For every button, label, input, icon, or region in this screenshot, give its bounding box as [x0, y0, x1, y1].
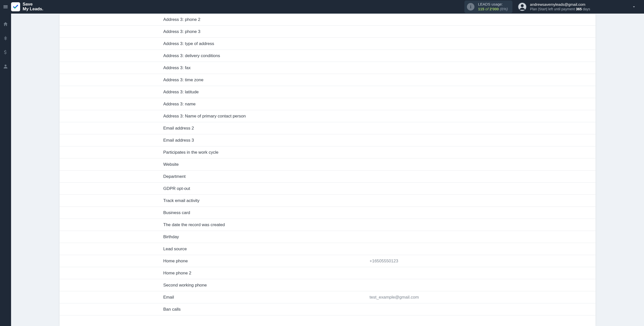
home-icon: [3, 21, 8, 27]
field-row[interactable]: Website: [60, 158, 595, 171]
leads-used: 115: [478, 7, 484, 11]
field-row[interactable]: Track email activity: [60, 195, 595, 207]
user-menu[interactable]: andrewsavemyleads@gmail.com Plan |Start|…: [518, 2, 639, 11]
field-row[interactable]: Birthday: [60, 231, 595, 243]
field-label: Birthday: [163, 234, 370, 239]
field-label: Participates in the work cycle: [163, 150, 370, 155]
sidebar-item-account[interactable]: [0, 62, 11, 71]
leads-pct: (6%): [500, 7, 508, 11]
field-row[interactable]: Email address 2: [60, 122, 595, 134]
sidebar-item-home[interactable]: [0, 20, 11, 29]
menu-toggle-button[interactable]: [0, 0, 11, 14]
field-label: Business card: [163, 210, 370, 215]
dollar-icon: [3, 50, 8, 55]
field-label: Lead source: [163, 247, 370, 252]
field-row[interactable]: The date the record was created: [60, 219, 595, 231]
field-row[interactable]: Ban calls: [60, 303, 595, 315]
logo-text: Save My Leads.: [23, 2, 43, 11]
leads-limit: 2'000: [490, 7, 499, 11]
field-card: Address 3: phone 2Address 3: phone 3Addr…: [60, 14, 595, 326]
svg-point-1: [521, 4, 524, 7]
field-list: Address 3: phone 2Address 3: phone 3Addr…: [60, 14, 595, 315]
user-plan-days: 365: [576, 7, 582, 11]
user-plan-prefix: Plan |Start| left until payment: [530, 7, 576, 11]
field-label: Second working phone: [163, 283, 370, 288]
user-menu-toggle[interactable]: [629, 5, 639, 9]
field-label: Department: [163, 174, 370, 179]
field-row[interactable]: Address 3: name: [60, 98, 595, 110]
chevron-down-icon: [632, 5, 636, 9]
user-plan: Plan |Start| left until payment 365 days: [530, 7, 590, 12]
field-row[interactable]: Address 3: latitude: [60, 86, 595, 98]
field-label: Address 3: latitude: [163, 90, 370, 95]
field-label: Address 3: time zone: [163, 77, 370, 83]
field-row[interactable]: Address 3: phone 3: [60, 26, 595, 38]
field-row[interactable]: GDPR opt-out: [60, 183, 595, 195]
sitemap-icon: [3, 35, 8, 41]
field-row[interactable]: Business card: [60, 207, 595, 219]
field-row[interactable]: Lead source: [60, 243, 595, 255]
field-label: Email: [163, 295, 370, 300]
field-row[interactable]: Home phone 2: [60, 267, 595, 279]
sidebar-item-billing[interactable]: [0, 48, 11, 57]
field-row[interactable]: Address 3: delivery conditions: [60, 50, 595, 62]
avatar-icon: [518, 3, 527, 11]
field-row[interactable]: Address 3: fax: [60, 62, 595, 74]
user-plan-suffix: days: [582, 7, 590, 11]
field-label: Address 3: fax: [163, 65, 370, 70]
field-label: Home phone 2: [163, 271, 370, 276]
sidebar-item-connections[interactable]: [0, 34, 11, 43]
header: Save My Leads. i LEADS usage: 115 of 2'0…: [0, 0, 644, 14]
field-label: Ban calls: [163, 307, 370, 312]
field-row[interactable]: Address 3: type of address: [60, 38, 595, 50]
svg-point-2: [5, 65, 6, 66]
field-row[interactable]: Email address 3: [60, 134, 595, 146]
field-label: Email address 2: [163, 126, 370, 131]
leads-usage-label: LEADS usage:: [478, 2, 508, 7]
logo-icon: [11, 2, 20, 11]
field-row[interactable]: Address 3: phone 2: [60, 14, 595, 26]
field-label: Website: [163, 162, 370, 167]
field-row[interactable]: Department: [60, 171, 595, 183]
leads-of: of: [484, 7, 490, 11]
hamburger-icon: [3, 4, 8, 10]
field-value: +16505550123: [370, 259, 398, 264]
field-row[interactable]: Participates in the work cycle: [60, 146, 595, 158]
field-label: The date the record was created: [163, 222, 370, 227]
field-row[interactable]: Emailtest_example@gmail.com: [60, 291, 595, 303]
field-label: Address 3: Name of primary contact perso…: [163, 114, 370, 119]
user-info: andrewsavemyleads@gmail.com Plan |Start|…: [530, 2, 590, 11]
field-value: test_example@gmail.com: [370, 295, 419, 300]
user-email: andrewsavemyleads@gmail.com: [530, 2, 590, 7]
field-row[interactable]: Second working phone: [60, 279, 595, 291]
user-icon: [3, 64, 8, 69]
field-label: Home phone: [163, 259, 370, 264]
field-label: Address 3: delivery conditions: [163, 53, 370, 58]
field-row[interactable]: Home phone+16505550123: [60, 255, 595, 267]
field-row[interactable]: Address 3: time zone: [60, 74, 595, 86]
sidebar: [0, 14, 11, 326]
logo[interactable]: Save My Leads.: [11, 2, 43, 11]
info-icon: i: [467, 3, 474, 11]
field-label: Email address 3: [163, 138, 370, 143]
field-label: Track email activity: [163, 198, 370, 203]
field-label: GDPR opt-out: [163, 186, 370, 191]
leads-usage-badge: i LEADS usage: 115 of 2'000 (6%): [464, 1, 512, 13]
main-content: Address 3: phone 2Address 3: phone 3Addr…: [11, 14, 644, 326]
field-label: Address 3: type of address: [163, 41, 370, 46]
field-label: Address 3: phone 3: [163, 29, 370, 34]
field-row[interactable]: Address 3: Name of primary contact perso…: [60, 110, 595, 122]
field-label: Address 3: phone 2: [163, 17, 370, 22]
leads-usage-text: LEADS usage: 115 of 2'000 (6%): [478, 2, 508, 12]
field-label: Address 3: name: [163, 102, 370, 107]
